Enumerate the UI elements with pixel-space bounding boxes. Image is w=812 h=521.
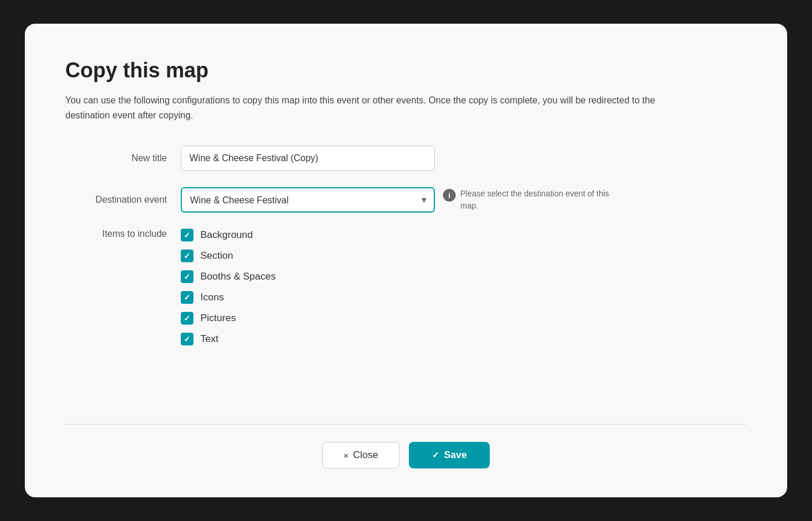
checkbox-item-background[interactable]: Background <box>181 229 275 241</box>
checkbox-text[interactable] <box>181 333 193 345</box>
tooltip-text: Please select the destination event of t… <box>460 188 628 212</box>
destination-event-wrapper: Wine & Cheese Festival ▼ <box>181 187 435 213</box>
modal-title: Copy this map <box>65 58 747 83</box>
new-title-input[interactable] <box>181 146 435 171</box>
checkbox-item-booths-spaces[interactable]: Booths & Spaces <box>181 270 275 283</box>
checkbox-label-pictures: Pictures <box>200 312 236 324</box>
checkboxes-list: Background Section Booths & Spaces Icons <box>181 229 275 345</box>
checkbox-pictures[interactable] <box>181 312 193 325</box>
close-icon: × <box>344 451 349 460</box>
copy-map-modal: Copy this map You can use the following … <box>25 24 787 497</box>
save-button[interactable]: ✓ Save <box>409 442 490 468</box>
footer-buttons: × Close ✓ Save <box>65 442 747 468</box>
checkbox-item-section[interactable]: Section <box>181 250 275 262</box>
modal-description: You can use the following configurations… <box>65 93 672 122</box>
items-row: Items to include Background Section Boot… <box>65 229 747 345</box>
destination-event-label: Destination event <box>65 195 181 205</box>
checkbox-label-text: Text <box>200 333 218 345</box>
destination-event-select[interactable]: Wine & Cheese Festival <box>181 187 435 213</box>
checkbox-label-icons: Icons <box>200 292 224 303</box>
checkbox-label-background: Background <box>200 229 253 241</box>
items-label: Items to include <box>65 229 181 239</box>
checkbox-booths-spaces[interactable] <box>181 270 193 283</box>
checkbox-item-pictures[interactable]: Pictures <box>181 312 275 325</box>
info-icon: i <box>443 189 456 202</box>
checkbox-item-icons[interactable]: Icons <box>181 291 275 304</box>
footer-divider <box>65 424 747 425</box>
destination-event-tooltip: i Please select the destination event of… <box>443 188 628 212</box>
checkbox-label-section: Section <box>200 250 233 262</box>
close-label: Close <box>353 449 378 461</box>
checkbox-section[interactable] <box>181 250 193 262</box>
checkbox-icons[interactable] <box>181 291 193 304</box>
checkbox-item-text[interactable]: Text <box>181 333 275 345</box>
close-button[interactable]: × Close <box>322 442 400 468</box>
new-title-row: New title <box>65 146 747 171</box>
new-title-label: New title <box>65 153 181 163</box>
save-check-icon: ✓ <box>432 450 439 460</box>
save-label: Save <box>444 449 467 461</box>
destination-event-row: Destination event Wine & Cheese Festival… <box>65 187 747 213</box>
checkbox-label-booths-spaces: Booths & Spaces <box>200 271 275 282</box>
form-section: New title Destination event Wine & Chees… <box>65 146 747 401</box>
checkbox-background[interactable] <box>181 229 193 241</box>
